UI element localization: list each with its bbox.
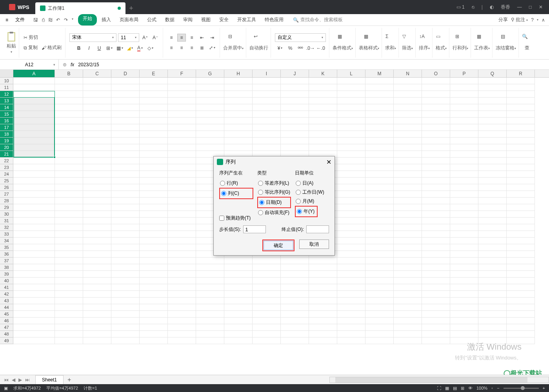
- cell[interactable]: [394, 78, 422, 84]
- cell[interactable]: [365, 144, 394, 151]
- cell[interactable]: [394, 298, 422, 304]
- cell[interactable]: [507, 318, 535, 324]
- new-tab-button[interactable]: +: [125, 2, 137, 14]
- cell[interactable]: [450, 118, 478, 124]
- cell[interactable]: [140, 91, 168, 98]
- col-header[interactable]: D: [111, 70, 140, 77]
- cell[interactable]: [253, 338, 281, 344]
- cell[interactable]: [111, 211, 140, 218]
- cell[interactable]: [422, 224, 450, 231]
- cell[interactable]: [55, 131, 83, 138]
- cell[interactable]: [394, 178, 422, 184]
- cell[interactable]: [394, 218, 422, 224]
- cell[interactable]: [337, 218, 365, 224]
- cell[interactable]: [253, 98, 281, 104]
- cell[interactable]: [55, 231, 83, 238]
- cell[interactable]: [196, 291, 224, 298]
- cell[interactable]: [450, 304, 478, 311]
- cell[interactable]: [140, 131, 168, 138]
- cell[interactable]: [365, 298, 394, 304]
- cell[interactable]: [394, 111, 422, 118]
- cell[interactable]: [196, 258, 224, 264]
- cell[interactable]: [507, 311, 535, 318]
- tab-view[interactable]: 视图: [197, 14, 215, 25]
- fill-handle[interactable]: [53, 156, 56, 158]
- cell[interactable]: [337, 164, 365, 171]
- cell[interactable]: [55, 91, 83, 98]
- row-header[interactable]: 20: [0, 144, 13, 151]
- cell[interactable]: [111, 258, 140, 264]
- cell[interactable]: [13, 144, 55, 151]
- cell[interactable]: [478, 104, 507, 111]
- cell[interactable]: [281, 291, 309, 298]
- cell[interactable]: [337, 258, 365, 264]
- cell[interactable]: [140, 331, 168, 338]
- row-header[interactable]: 26: [0, 184, 13, 191]
- cell[interactable]: [224, 284, 253, 291]
- row-header[interactable]: 25: [0, 178, 13, 184]
- cell[interactable]: [309, 284, 337, 291]
- cell[interactable]: [83, 338, 111, 344]
- cell[interactable]: [394, 91, 422, 98]
- cell[interactable]: [450, 104, 478, 111]
- cell[interactable]: [13, 291, 55, 298]
- cell[interactable]: [507, 331, 535, 338]
- cell[interactable]: [337, 84, 365, 91]
- cell[interactable]: [168, 171, 196, 178]
- cut-button[interactable]: ✂剪切: [22, 33, 63, 42]
- filter-button[interactable]: ▽筛选▾: [402, 34, 413, 51]
- cell[interactable]: [55, 271, 83, 278]
- cell[interactable]: [83, 298, 111, 304]
- cell[interactable]: [422, 324, 450, 331]
- cell[interactable]: [478, 271, 507, 278]
- cell[interactable]: [224, 124, 253, 131]
- row-header[interactable]: 34: [0, 238, 13, 244]
- theme-icon[interactable]: ⎋: [472, 4, 474, 10]
- cell[interactable]: [168, 118, 196, 124]
- cell[interactable]: [507, 84, 535, 91]
- cell[interactable]: [450, 224, 478, 231]
- cell[interactable]: [281, 98, 309, 104]
- cell[interactable]: [83, 151, 111, 158]
- cell[interactable]: [394, 211, 422, 218]
- cell[interactable]: [337, 304, 365, 311]
- cell[interactable]: [140, 151, 168, 158]
- cell[interactable]: [394, 318, 422, 324]
- row-header[interactable]: 11: [0, 84, 13, 91]
- comma-icon[interactable]: ººº: [296, 44, 305, 52]
- cell[interactable]: [83, 271, 111, 278]
- cell[interactable]: [168, 111, 196, 118]
- cell[interactable]: [13, 198, 55, 204]
- cell[interactable]: [253, 264, 281, 271]
- cell[interactable]: [450, 151, 478, 158]
- cell[interactable]: [309, 304, 337, 311]
- cell[interactable]: [507, 231, 535, 238]
- row-header[interactable]: 39: [0, 271, 13, 278]
- cell[interactable]: [478, 118, 507, 124]
- cell[interactable]: [309, 111, 337, 118]
- cell[interactable]: [478, 284, 507, 291]
- cell[interactable]: [55, 78, 83, 84]
- cell[interactable]: [83, 218, 111, 224]
- cell[interactable]: [337, 244, 365, 251]
- clear-icon[interactable]: ◇: [146, 44, 155, 52]
- cell[interactable]: [13, 278, 55, 284]
- cell[interactable]: [365, 264, 394, 271]
- cell[interactable]: [168, 264, 196, 271]
- cell[interactable]: [111, 104, 140, 111]
- user-avatar-icon[interactable]: ◐: [490, 4, 494, 10]
- cell[interactable]: [224, 318, 253, 324]
- cell[interactable]: [281, 104, 309, 111]
- format-button[interactable]: ▭格式▾: [436, 34, 447, 51]
- cell[interactable]: [55, 84, 83, 91]
- cell[interactable]: [111, 124, 140, 131]
- row-header[interactable]: 43: [0, 298, 13, 304]
- cell[interactable]: [168, 158, 196, 164]
- cell[interactable]: [309, 131, 337, 138]
- cell[interactable]: [478, 91, 507, 98]
- col-header[interactable]: A: [13, 70, 55, 77]
- cell[interactable]: [55, 184, 83, 191]
- cell[interactable]: [224, 298, 253, 304]
- cell[interactable]: [13, 258, 55, 264]
- cell[interactable]: [507, 111, 535, 118]
